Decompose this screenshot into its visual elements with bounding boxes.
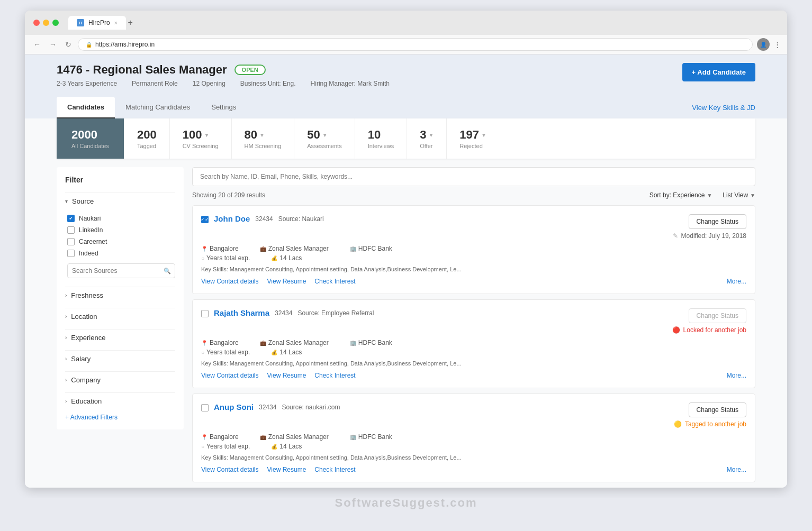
briefcase-icon: 💼 <box>260 246 266 252</box>
assess-dropdown-icon[interactable]: ▼ <box>322 132 328 138</box>
company-filter-header[interactable]: › Company <box>65 371 175 388</box>
filter-option-linkedin: LinkedIn <box>67 224 175 236</box>
stat-tagged-value: 200 <box>137 128 157 142</box>
rajath-change-status-btn[interactable]: Change Status <box>689 308 746 323</box>
source-search-wrap: 🔍 <box>67 263 175 278</box>
stat-cv-screening[interactable]: 100 ▼ CV Screening <box>170 118 232 159</box>
rajath-company: 🏢 HDFC Bank <box>350 339 392 346</box>
rajath-actions: View Contact details View Resume Check I… <box>201 372 746 379</box>
refresh-btn[interactable]: ↻ <box>63 39 74 50</box>
john-skills: Key Skills: Management Consulting, Appoi… <box>201 266 746 272</box>
location-icon2: 📍 <box>201 340 207 346</box>
naukari-checkbox[interactable] <box>67 215 75 222</box>
forward-btn[interactable]: → <box>47 39 59 50</box>
rajath-role: 💼 Zonal Sales Manager <box>260 339 329 346</box>
clock-icon3: ○ <box>201 444 204 450</box>
careernet-checkbox[interactable] <box>67 238 75 245</box>
source-filter-header[interactable]: ▾ Source <box>65 193 175 209</box>
stat-hm-screening[interactable]: 80 ▼ HM Screening <box>232 118 295 159</box>
location-filter-header[interactable]: › Location <box>65 308 175 325</box>
offer-dropdown-icon[interactable]: ▼ <box>428 132 434 138</box>
rajath-view-resume[interactable]: View Resume <box>267 372 306 379</box>
rajath-view-contact[interactable]: View Contact details <box>201 372 259 379</box>
address-bar[interactable]: 🔒 https://ams.hirepro.in <box>78 38 753 51</box>
rajath-top-right: Change Status 🔴 Locked for another job <box>672 308 746 334</box>
filter-option-naukari: Naukari <box>67 213 175 224</box>
careernet-label: Careernet <box>79 238 107 245</box>
candidate-search-input[interactable] <box>192 167 755 186</box>
watermark: SoftwareSuggest.com <box>335 496 477 498</box>
experience-chevron-icon: › <box>65 335 67 341</box>
candidate-card-anup: Anup Soni 32434 Source: naukari.com Chan… <box>192 393 755 482</box>
salary-filter-header[interactable]: › Salary <box>65 350 175 367</box>
anup-view-resume[interactable]: View Resume <box>267 466 306 473</box>
minimize-dot[interactable] <box>43 20 49 26</box>
stat-rejected[interactable]: 197 ▼ Rejected <box>447 118 755 159</box>
rajath-check-interest[interactable]: Check Interest <box>314 372 355 379</box>
john-view-resume[interactable]: View Resume <box>267 278 306 285</box>
anup-checkbox[interactable] <box>201 404 209 411</box>
job-status-badge: OPEN <box>234 65 266 75</box>
anup-experience: ○ Years total exp. <box>201 443 250 450</box>
linkedin-checkbox[interactable] <box>67 226 75 234</box>
tab-settings[interactable]: Settings <box>201 97 247 118</box>
anup-id: 32434 <box>259 404 276 411</box>
sort-by-button[interactable]: Sort by: Experience ▼ <box>649 191 712 199</box>
browser-menu-icon[interactable]: ⋮ <box>774 41 781 49</box>
john-checkbox[interactable]: ✓ <box>201 216 209 223</box>
anup-view-contact[interactable]: View Contact details <box>201 466 259 473</box>
view-jd-link[interactable]: View Key Skills & JD <box>692 97 755 118</box>
john-check-interest[interactable]: Check Interest <box>314 278 355 285</box>
close-dot[interactable] <box>33 20 40 26</box>
stat-all-candidates[interactable]: 2000 All Candidates <box>57 118 124 159</box>
briefcase-icon2: 💼 <box>260 340 266 346</box>
add-candidate-button[interactable]: + Add Candidate <box>682 63 755 81</box>
stat-interviews[interactable]: 10 Interviews <box>355 118 408 159</box>
cv-dropdown-icon[interactable]: ▼ <box>204 132 209 138</box>
tab-matching-candidates[interactable]: Matching Candidates <box>115 97 201 118</box>
rajath-more-link[interactable]: More... <box>727 372 746 379</box>
stat-tagged[interactable]: 200 Tagged <box>124 118 170 159</box>
active-tab[interactable]: H HirePro × <box>68 16 126 30</box>
stat-hm-value: 80 <box>245 128 257 142</box>
rajath-name[interactable]: Rajath Sharma <box>214 308 269 317</box>
education-filter-header[interactable]: › Education <box>65 392 175 409</box>
maximize-dot[interactable] <box>52 20 59 26</box>
anup-more-link[interactable]: More... <box>727 466 746 473</box>
source-filter-label: Source <box>72 197 94 205</box>
filter-section-education: › Education <box>65 392 175 409</box>
rajath-checkbox[interactable] <box>201 310 209 317</box>
john-more-link[interactable]: More... <box>727 278 746 285</box>
tab-close-btn[interactable]: × <box>114 20 118 26</box>
view-dropdown-icon: ▼ <box>750 193 755 198</box>
view-button[interactable]: List View ▼ <box>723 191 755 199</box>
stat-tagged-label: Tagged <box>137 143 156 149</box>
anup-check-interest[interactable]: Check Interest <box>314 466 355 473</box>
john-id: 32434 <box>255 215 273 223</box>
john-company-text: HDFC Bank <box>358 245 392 252</box>
freshness-filter-header[interactable]: › Freshness <box>65 287 175 304</box>
anup-change-status-btn[interactable]: Change Status <box>689 402 746 417</box>
tab-candidates[interactable]: Candidates <box>57 97 115 118</box>
back-btn[interactable]: ← <box>31 39 43 50</box>
name-row-john: ✓ John Doe 32434 Source: Naukari <box>201 214 324 223</box>
john-view-contact[interactable]: View Contact details <box>201 278 259 285</box>
john-name[interactable]: John Doe <box>214 214 250 223</box>
freshness-chevron-icon: › <box>65 292 67 298</box>
john-change-status-btn[interactable]: Change Status <box>689 214 746 229</box>
experience-filter-header[interactable]: › Experience <box>65 329 175 346</box>
indeed-checkbox[interactable] <box>67 250 75 257</box>
naukari-label: Naukari <box>79 215 101 222</box>
new-tab-btn[interactable]: + <box>128 18 133 28</box>
hm-dropdown-icon[interactable]: ▼ <box>259 132 265 138</box>
source-search-input[interactable] <box>67 263 175 278</box>
user-avatar[interactable]: 👤 <box>757 38 770 51</box>
linkedin-label: LinkedIn <box>79 226 103 234</box>
advanced-filters-link[interactable]: + Advanced Filters <box>65 414 175 421</box>
stat-offer[interactable]: 3 ▼ Offer <box>407 118 447 159</box>
rajath-skills: Key Skills: Management Consulting, Appoi… <box>201 360 746 367</box>
rejected-dropdown-icon[interactable]: ▼ <box>481 132 486 138</box>
anup-name[interactable]: Anup Soni <box>214 402 254 411</box>
stat-interview-label: Interviews <box>368 143 394 149</box>
stat-assessments[interactable]: 50 ▼ Assessments <box>294 118 355 159</box>
